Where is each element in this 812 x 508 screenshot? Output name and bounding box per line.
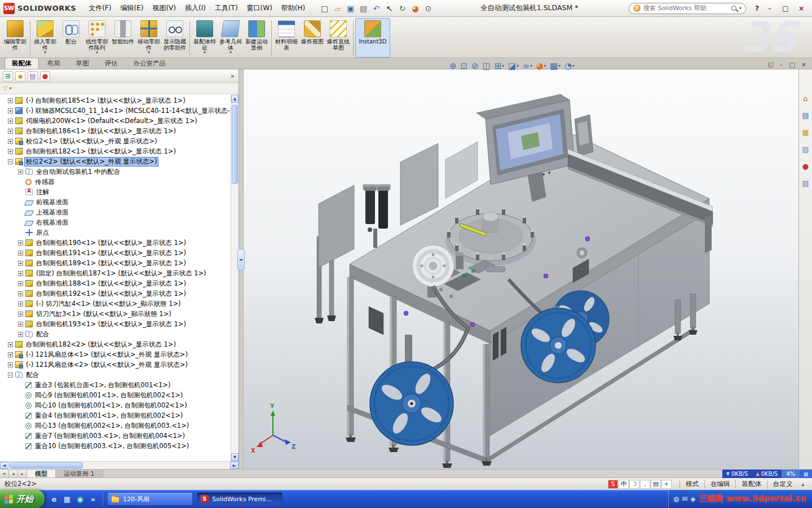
minimize-button[interactable]: – (764, 3, 776, 14)
expand-toggle-icon[interactable]: + (8, 98, 13, 103)
maximize-button[interactable]: □ (779, 3, 792, 14)
dropdown-arrow-icon[interactable]: ▾ (148, 51, 150, 55)
start-button[interactable]: 开始 (0, 490, 45, 508)
tree-item[interactable]: +伺服电机200W<1> (Default<<Default>_显示状态 1>) (1, 116, 239, 126)
solidworks-window-button[interactable]: SSolidWorks Premi... (197, 492, 283, 506)
move-component-button[interactable]: 移动零部件▾ (136, 18, 162, 58)
net-monitor-icon[interactable]: ▦ (800, 470, 812, 478)
displaymanager-icon[interactable]: ● (40, 71, 50, 81)
ime-icon[interactable]: ▤ (651, 480, 661, 489)
save-icon[interactable]: ▣ (345, 3, 356, 14)
ribbon-tab-布局[interactable]: 布局 (40, 58, 68, 69)
tray-icon[interactable]: ◈ (690, 495, 695, 503)
search-icon[interactable] (731, 6, 736, 11)
tree-item[interactable]: +(固定) 自制测包机187<1> (默认<<默认>_显示状态 1>) (1, 268, 239, 278)
featuremanager-tree-icon[interactable]: ⊞ (3, 71, 13, 81)
tree-item[interactable]: +自制测包机182<1> (默认<<默认>_显示状态 1>) (1, 146, 239, 156)
insert-component-button[interactable]: 插入零部件▾ (32, 18, 58, 58)
view-split-button[interactable]: ◂ (9, 470, 18, 478)
tree-item[interactable]: 右视基准面 (1, 217, 239, 227)
tree-item[interactable]: +(-) 切刀汽缸4<1> (默认<<默认>_顯示狀態 1>) (1, 299, 239, 309)
explode-line-sketch-button[interactable]: 爆炸直线草图 (325, 18, 351, 58)
folder-window-button[interactable]: 120-风扇 (107, 492, 193, 506)
close-button[interactable]: × (795, 3, 807, 14)
view-palette-icon[interactable]: ▧ (801, 144, 811, 154)
tree-item[interactable]: −校位2<2> (默认<<默认>_外观 显示状态>) (1, 156, 239, 167)
reference-geometry-button[interactable]: 参考几何体▾ (218, 18, 244, 58)
tray-icon[interactable]: ✉ (682, 495, 687, 503)
tree-item[interactable]: +校位2<1> (默认<<默认>_外观 显示状态>) (1, 136, 239, 146)
assembly-features-button[interactable]: 装配体特征▾ (192, 18, 218, 58)
expand-toggle-icon[interactable]: + (18, 271, 23, 276)
tree-item[interactable]: 重合10 (自制测包机003.<1>, 自制测包机005<1>) (1, 441, 239, 451)
menu-工具(T)[interactable]: 工具(T) (210, 1, 242, 15)
tree-item[interactable]: +自制测包机189<1> (默认<<默认>_显示状态 1>) (1, 258, 239, 268)
dropdown-arrow-icon[interactable]: ▾ (44, 51, 46, 55)
ime-icon[interactable]: ☽ (629, 480, 639, 489)
expand-toggle-icon[interactable]: + (8, 119, 13, 124)
undo-icon[interactable]: ↶ (370, 3, 382, 14)
menu-插入(I)[interactable]: 插入(I) (180, 1, 210, 15)
new-motion-study-button[interactable]: 新建运动算例 (244, 18, 270, 58)
appearances-icon[interactable]: ● (801, 161, 811, 171)
tree-item[interactable]: 传感器 (1, 177, 239, 187)
expand-toggle-icon[interactable]: + (8, 149, 13, 154)
tree-item[interactable]: −配合 (1, 370, 239, 380)
tray-icon[interactable]: ◍ (673, 495, 679, 503)
expand-toggle-icon[interactable]: + (18, 169, 23, 174)
scroll-left-icon[interactable]: ◀ (0, 462, 8, 469)
menu-文件(F)[interactable]: 文件(F) (84, 1, 116, 15)
dropdown-arrow-icon[interactable]: ▾ (544, 64, 546, 68)
ime-icon[interactable]: + (661, 480, 672, 489)
tree-item[interactable]: +自制测包机182<2> (默认<<默认>_显示状态 1>) (1, 339, 239, 349)
propertymanager-icon[interactable]: ◆ (15, 71, 25, 81)
custom-properties-icon[interactable]: ▨ (801, 178, 811, 188)
show-hidden-components-button[interactable]: 显示隐藏的零部件 (162, 18, 188, 58)
new-document-icon[interactable]: □ (319, 3, 330, 14)
scroll-thumb[interactable] (232, 105, 238, 184)
zoom-fit-icon[interactable]: ⊕ (448, 61, 458, 71)
tree-item[interactable]: +(-) 联轴器MCSLC40_11_14<1> (MCSLC40-11-14<… (1, 106, 239, 116)
expand-toggle-icon[interactable]: + (8, 342, 13, 347)
expand-toggle-icon[interactable]: + (18, 240, 23, 246)
scroll-thumb[interactable] (10, 462, 83, 468)
tree-item[interactable]: 重合3 (包装机台面<1>, 自制测包机001<1>) (1, 380, 239, 390)
expand-toggle-icon[interactable]: + (8, 352, 13, 357)
dropdown-arrow-icon[interactable]: ▾ (96, 51, 98, 55)
tree-item[interactable]: +自制测包机188<1> (默认<<默认>_显示状态 1>) (1, 278, 239, 288)
zoom-area-icon[interactable]: ⊡ (460, 61, 469, 71)
view-split-button[interactable]: ▸ (18, 470, 27, 478)
ie-icon[interactable]: e (49, 494, 59, 504)
ribbon-tab-装配体[interactable]: 装配体 (5, 58, 39, 69)
linear-component-pattern-button[interactable]: 线性零部件阵列▾ (84, 18, 110, 58)
menu-帮助(H)[interactable]: 帮助(H) (277, 1, 310, 15)
tree-item[interactable]: +自制测包机193<1> (默认<<默认>_显示状态 1>) (1, 319, 239, 329)
dropdown-arrow-icon[interactable]: ▾ (502, 64, 505, 68)
splitter-handle-icon[interactable]: ◂▸ (237, 249, 245, 270)
select-icon[interactable]: ↖ (383, 3, 395, 14)
expand-toggle-icon[interactable]: + (18, 332, 23, 337)
menu-视图(V)[interactable]: 视图(V) (148, 1, 180, 15)
scroll-down-icon[interactable]: ▼ (231, 453, 239, 461)
tree-item[interactable]: 同心9 (自制测包机001<1>, 自制测包机002<1>) (1, 390, 239, 400)
design-library-icon[interactable]: ▤ (801, 110, 811, 120)
tree-item[interactable]: 重合7 (自制测包机003.<1>, 自制测包机004<1>) (1, 431, 239, 441)
expand-toggle-icon[interactable]: − (8, 159, 13, 164)
expand-toggle-icon[interactable]: + (18, 261, 23, 266)
tree-item[interactable]: +配合 (1, 329, 239, 339)
ime-icon[interactable]: ， (640, 480, 650, 489)
display-style-icon[interactable]: ◪▾ (507, 61, 520, 71)
tree-horizontal-scrollbar[interactable]: ◀ ▶ (0, 461, 239, 469)
menu-窗口(W)[interactable]: 窗口(W) (242, 1, 277, 15)
panel-splitter[interactable]: ◂▸ (239, 69, 244, 469)
help-button[interactable]: ? (752, 5, 762, 12)
viewport-3d[interactable]: Y X Z (244, 69, 798, 469)
tree-vertical-scrollbar[interactable]: ▲ ▼ (231, 95, 239, 461)
tree-item[interactable]: 同心13 (自制测包机002<1>, 自制测包机003.<1>) (1, 421, 239, 431)
search-dropdown-icon[interactable]: ▾ (739, 6, 742, 11)
show-desktop-icon[interactable]: ▦ (62, 494, 72, 504)
feature-manager-filter[interactable]: ▽ ▾ (0, 83, 239, 94)
expand-toggle-icon[interactable]: + (18, 251, 23, 256)
dropdown-arrow-icon[interactable]: ▾ (230, 51, 232, 55)
expand-toggle-icon[interactable]: + (18, 312, 23, 317)
